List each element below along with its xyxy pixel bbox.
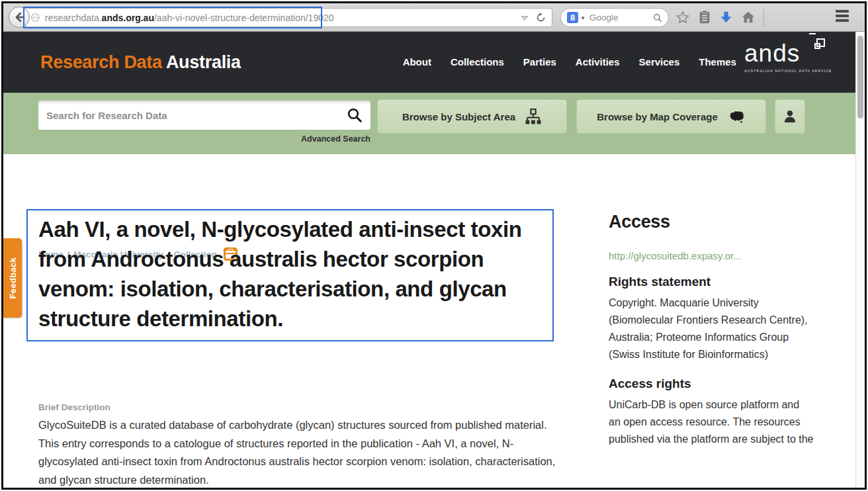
access-rights-text: UniCarb-DB is open source platform and a…	[609, 396, 814, 452]
search-engine-label: Google	[589, 13, 619, 22]
browse-map-button[interactable]: Browse by Map Coverage	[576, 99, 766, 134]
scrollbar-track[interactable]	[855, 32, 865, 488]
page-content: Research Data Australia About Collection…	[3, 32, 855, 488]
nav-about[interactable]: About	[403, 56, 431, 67]
globe-icon	[30, 13, 40, 22]
brief-description-label: Brief Description	[38, 402, 110, 412]
bookmarks-clipboard-icon[interactable]	[698, 10, 711, 24]
rights-statement-text: Copyright. Macquarie University (Biomole…	[609, 294, 814, 363]
access-sidebar: Access http://glycosuitedb.expasy.or... …	[609, 212, 827, 452]
toolbar-separator	[763, 9, 764, 26]
browse-map-label: Browse by Map Coverage	[597, 111, 718, 122]
rights-statement-heading: Rights statement	[609, 275, 827, 289]
menu-button[interactable]	[836, 10, 849, 22]
browser-window: researchdata.ands.org.au/aah-vi-novel-st…	[1, 1, 867, 490]
browse-subject-button[interactable]: Browse by Subject Area	[377, 99, 567, 134]
site-header: Research Data Australia About Collection…	[3, 32, 855, 93]
browser-toolbar: researchdata.ands.org.au/aah-vi-novel-st…	[3, 3, 865, 32]
access-heading: Access	[609, 212, 827, 232]
search-magnifier-icon[interactable]	[653, 13, 662, 22]
url-text: researchdata.ands.org.au/aah-vi-novel-st…	[45, 13, 334, 23]
bookmark-star-icon[interactable]	[675, 10, 690, 24]
record-title-box: Aah VI, a novel, N-glycosylated anti-ins…	[26, 209, 554, 341]
brand-secondary: Australia	[166, 52, 241, 72]
ands-logo-tagline: AUSTRALIAN NATIONAL DATA SERVICE	[744, 69, 844, 73]
urlbar-dropdown-icon[interactable]	[521, 14, 529, 22]
nav-collections[interactable]: Collections	[451, 56, 504, 67]
record-title: Aah VI, a novel, N-glycosylated anti-ins…	[38, 214, 542, 334]
downloads-arrow-icon[interactable]	[719, 10, 733, 24]
ands-logo[interactable]: ands AUSTRALIAN NATIONAL DATA SERVICE	[744, 41, 844, 73]
nav-themes[interactable]: Themes	[699, 56, 736, 67]
reload-icon[interactable]	[535, 12, 546, 23]
back-arrow-icon	[13, 11, 25, 23]
nav-activities[interactable]: Activities	[576, 56, 620, 67]
main-nav: About Collections Parties Activities Ser…	[403, 56, 736, 67]
site-logo[interactable]: Research Data Australia	[40, 52, 241, 73]
engine-dropdown-icon[interactable]: ▼	[580, 15, 586, 21]
search-band: Advanced Search Browse by Subject Area B…	[3, 93, 855, 154]
brief-description-text: GlycoSuiteDB is a curated database of ca…	[38, 416, 561, 488]
google-favicon[interactable]: 8	[567, 12, 578, 23]
account-button[interactable]	[775, 99, 805, 134]
access-rights-heading: Access rights	[609, 377, 827, 391]
access-link[interactable]: http://glycosuitedb.expasy.or...	[609, 250, 827, 261]
subject-hierarchy-icon	[525, 109, 542, 125]
home-icon[interactable]	[741, 10, 756, 24]
rda-search-field	[38, 101, 370, 130]
nav-services[interactable]: Services	[639, 56, 680, 67]
search-submit-icon[interactable]	[347, 107, 363, 123]
scrollbar-thumb[interactable]	[857, 36, 863, 118]
feedback-tab[interactable]: Feedback	[3, 238, 22, 318]
brand-primary: Research Data	[40, 52, 162, 72]
australia-map-icon	[727, 109, 746, 124]
screenshot-root: researchdata.ands.org.au/aah-vi-novel-st…	[0, 0, 868, 491]
nav-parties[interactable]: Parties	[523, 56, 556, 67]
back-button[interactable]	[9, 7, 30, 28]
ands-logo-word: ands	[744, 40, 800, 67]
ands-logo-squares-icon	[812, 38, 825, 52]
url-bar[interactable]: researchdata.ands.org.au/aah-vi-novel-st…	[24, 8, 552, 27]
search-input[interactable]	[46, 110, 347, 121]
feedback-label: Feedback	[8, 257, 18, 298]
browse-subject-label: Browse by Subject Area	[402, 111, 515, 122]
person-icon	[782, 108, 798, 125]
browser-search-box[interactable]: 8 ▼ Google	[560, 8, 669, 27]
advanced-search-link[interactable]: Advanced Search	[38, 134, 370, 144]
